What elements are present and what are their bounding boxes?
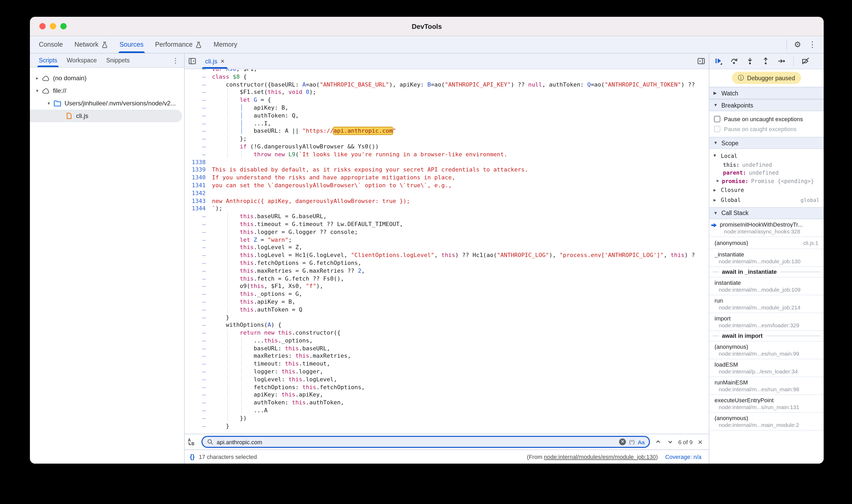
zoom-window-button[interactable] — [60, 23, 67, 29]
navigator-tab-snippets[interactable]: Snippets — [102, 54, 135, 67]
line-gutter[interactable]: – — [185, 329, 212, 337]
section-scope[interactable]: ▼ Scope — [709, 137, 824, 149]
search-ab-mode-icon[interactable]: A↳B — [188, 438, 197, 446]
line-gutter[interactable]: – — [185, 275, 212, 283]
line-gutter[interactable]: – — [185, 337, 212, 345]
line-gutter[interactable]: – — [185, 73, 212, 81]
step-into-icon[interactable] — [746, 57, 754, 65]
line-gutter[interactable]: 1343 — [185, 197, 212, 205]
toggle-navigator-icon[interactable] — [185, 57, 200, 65]
tree-expand-icon[interactable]: ▾ — [34, 88, 40, 93]
line-gutter[interactable]: – — [185, 415, 212, 423]
call-stack-frame[interactable]: importnode:internal/m...esm/loader:329 — [709, 313, 824, 331]
line-gutter[interactable]: 1338 — [185, 159, 212, 166]
panel-tab-sources[interactable]: Sources — [113, 36, 149, 53]
line-gutter[interactable]: – — [185, 69, 212, 73]
step-icon[interactable] — [778, 57, 785, 65]
line-gutter[interactable]: – — [185, 283, 212, 291]
navigator-tab-workspace[interactable]: Workspace — [62, 54, 102, 67]
call-stack-frame[interactable]: _instantiatenode:internal/m...module_job… — [709, 249, 824, 267]
call-stack-frame[interactable]: instantiatenode:internal/m...module_job:… — [709, 277, 824, 295]
call-stack-frame[interactable]: (anonymous)cli.js:1 — [709, 237, 824, 249]
call-stack-frame[interactable]: runMainESMnode:internal/m...es/run_main:… — [709, 377, 824, 395]
close-window-button[interactable] — [39, 23, 46, 29]
close-search-icon[interactable]: × — [697, 437, 704, 446]
line-gutter[interactable]: – — [185, 267, 212, 275]
expand-icon[interactable]: ▶ — [717, 179, 722, 183]
panel-tab-memory[interactable]: Memory — [208, 36, 243, 53]
tree-item-users-jinhuilee-nvm-versions-node-v2-[interactable]: ▾Users/jinhuilee/.nvm/versions/node/v2..… — [30, 97, 184, 110]
line-gutter[interactable]: – — [185, 120, 212, 128]
tree-item--no-domain-[interactable]: ▸(no domain) — [30, 72, 184, 85]
line-gutter[interactable]: – — [185, 407, 212, 415]
line-gutter[interactable]: – — [185, 259, 212, 268]
panel-tab-performance[interactable]: Performance — [149, 36, 208, 53]
line-gutter[interactable]: – — [185, 399, 212, 407]
line-gutter[interactable]: – — [185, 135, 212, 143]
line-gutter[interactable]: 1341 — [185, 182, 212, 190]
settings-gear-icon[interactable]: ⚙ — [794, 40, 801, 49]
source-code-viewer[interactable]: –var Xs0, $F1;–class $8 {– constructor({… — [185, 69, 709, 434]
resume-script-icon[interactable] — [714, 57, 723, 65]
editor-tab-clijs[interactable]: cli.js × — [200, 54, 230, 69]
from-module-link[interactable]: node:internal/modules/esm/module_job:130 — [544, 454, 656, 460]
line-gutter[interactable]: – — [185, 306, 212, 314]
section-call-stack[interactable]: ▼ Call Stack — [709, 207, 824, 219]
line-gutter[interactable]: – — [185, 392, 212, 399]
line-gutter[interactable]: – — [185, 376, 212, 384]
line-gutter[interactable]: – — [185, 299, 212, 306]
search-input[interactable] — [217, 439, 616, 445]
scope-variable-promise[interactable]: ▶promise:Promise {<pending>} — [709, 177, 824, 185]
toggle-debugger-sidebar-icon[interactable] — [694, 57, 709, 65]
call-stack-frame[interactable]: loadESMnode:internal/p.../esm_loader:34 — [709, 359, 824, 377]
tree-item-cli-js[interactable]: cli.js — [30, 110, 182, 122]
line-gutter[interactable]: – — [185, 244, 212, 252]
line-gutter[interactable]: – — [185, 81, 212, 89]
step-out-icon[interactable] — [762, 57, 770, 65]
pretty-print-icon[interactable]: {} — [190, 454, 195, 460]
line-gutter[interactable]: – — [185, 384, 212, 392]
scope-variable-parent[interactable]: parent:undefined — [709, 168, 824, 177]
line-gutter[interactable]: – — [185, 151, 212, 159]
tree-item-file-[interactable]: ▾file:// — [30, 85, 184, 97]
line-gutter[interactable]: – — [185, 96, 212, 104]
line-gutter[interactable]: – — [185, 314, 212, 322]
previous-match-icon[interactable] — [654, 439, 662, 445]
call-stack-frame[interactable]: (anonymous)node:internal/m...es/run_main… — [709, 341, 824, 359]
checkbox[interactable] — [714, 116, 720, 122]
line-gutter[interactable]: 1339 — [185, 166, 212, 174]
line-gutter[interactable]: – — [185, 422, 212, 430]
line-gutter[interactable]: – — [185, 252, 212, 259]
regex-toggle[interactable]: (*) — [629, 439, 635, 445]
close-tab-icon[interactable]: × — [220, 57, 225, 65]
scope-variable-this[interactable]: this:undefined — [709, 161, 824, 168]
call-stack-frame[interactable]: runnode:internal/m...module_job:214 — [709, 295, 824, 313]
coverage-link[interactable]: Coverage: n/a — [665, 454, 702, 460]
line-gutter[interactable]: – — [185, 345, 212, 353]
minimize-window-button[interactable] — [50, 23, 56, 29]
line-gutter[interactable]: – — [185, 322, 212, 330]
deactivate-breakpoints-icon[interactable] — [802, 57, 810, 65]
next-match-icon[interactable] — [666, 439, 674, 445]
line-gutter[interactable]: – — [185, 236, 212, 244]
line-gutter[interactable]: – — [185, 221, 212, 229]
breakpoint-option[interactable]: Pause on caught exceptions — [709, 124, 824, 134]
line-gutter[interactable]: – — [185, 368, 212, 376]
more-options-icon[interactable]: ⋮ — [809, 40, 816, 49]
line-gutter[interactable]: – — [185, 361, 212, 368]
navigator-tab-scripts[interactable]: Scripts — [34, 54, 62, 67]
call-stack-frame[interactable]: (anonymous)node:internal/m...main_module… — [709, 413, 824, 430]
line-gutter[interactable]: – — [185, 89, 212, 97]
scope-group-local[interactable]: ▼Local — [709, 150, 824, 161]
line-gutter[interactable]: – — [185, 128, 212, 136]
call-stack-frame[interactable]: executeUserEntryPointnode:internal/m...s… — [709, 395, 824, 413]
scope-group-closure[interactable]: ▶Closure — [709, 185, 824, 195]
line-gutter[interactable]: – — [185, 112, 212, 120]
line-gutter[interactable]: – — [185, 143, 212, 151]
section-breakpoints[interactable]: ▼ Breakpoints — [709, 99, 824, 111]
line-gutter[interactable]: – — [185, 291, 212, 299]
scope-group-global[interactable]: ▶Globalglobal — [709, 195, 824, 205]
section-watch[interactable]: ▶ Watch — [709, 87, 824, 99]
panel-tab-console[interactable]: Console — [33, 36, 69, 53]
match-case-toggle[interactable]: Aa — [638, 439, 645, 445]
